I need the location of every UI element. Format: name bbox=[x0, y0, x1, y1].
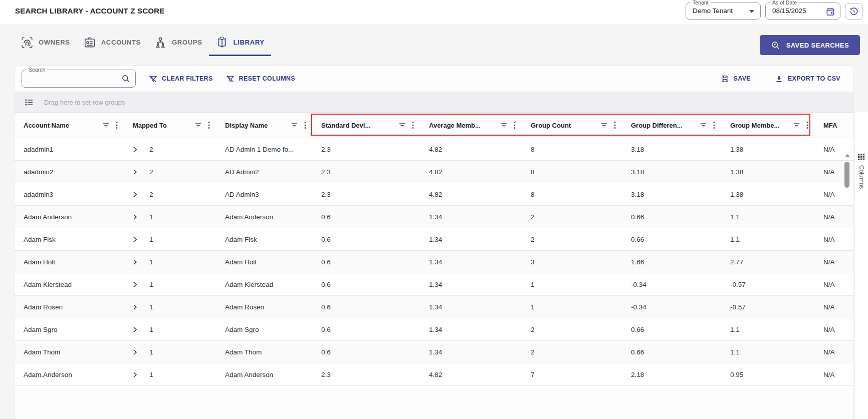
cell-mfa: N/A bbox=[814, 273, 844, 295]
column-menu-icon[interactable] bbox=[116, 121, 118, 129]
search-icon[interactable] bbox=[121, 74, 131, 84]
org-chart-icon bbox=[154, 36, 167, 49]
tab-groups[interactable]: GROUPS bbox=[147, 30, 209, 56]
mapped-to-count: 1 bbox=[149, 229, 153, 250]
column-header-avg_memb[interactable]: Average Memb... bbox=[420, 113, 522, 138]
column-menu-icon[interactable] bbox=[514, 121, 516, 129]
history-button[interactable] bbox=[845, 3, 863, 20]
cell-group_memb: 1.1 bbox=[721, 206, 814, 228]
table-row[interactable]: Adam Kierstead1Adam Kierstead0.61.341-0.… bbox=[15, 273, 853, 296]
expand-chevron-icon[interactable] bbox=[133, 259, 137, 265]
expand-chevron-icon[interactable] bbox=[133, 146, 137, 153]
vertical-scrollbar[interactable] bbox=[843, 140, 850, 360]
scroll-up-arrow[interactable] bbox=[845, 154, 850, 157]
table-row[interactable]: Adam Holt1Adam Holt0.61.3431.662.77N/A bbox=[15, 251, 853, 273]
save-button[interactable]: SAVE bbox=[721, 75, 751, 83]
cell-group_count: 8 bbox=[522, 161, 622, 183]
cell-group_diff: -0.34 bbox=[622, 296, 721, 318]
expand-chevron-icon[interactable] bbox=[133, 371, 137, 378]
cell-display_name: Adam Anderson bbox=[216, 206, 312, 228]
expand-chevron-icon[interactable] bbox=[133, 169, 137, 175]
column-header-mapped_to[interactable]: Mapped To bbox=[124, 113, 216, 138]
cell-display_name: Adam Kierstead bbox=[216, 273, 312, 295]
expand-chevron-icon[interactable] bbox=[133, 214, 137, 220]
column-header-group_memb[interactable]: Group Membe... bbox=[721, 113, 814, 138]
expand-chevron-icon[interactable] bbox=[133, 304, 137, 310]
filter-icon[interactable] bbox=[291, 122, 298, 129]
cell-mapped_to: 1 bbox=[124, 318, 216, 340]
history-icon bbox=[849, 7, 859, 17]
row-group-drop-zone[interactable]: Drag here to set row groups bbox=[15, 92, 853, 113]
tab-bar: OWNERS ACCOUNTS bbox=[14, 30, 271, 56]
cell-account_name: Adam Thom bbox=[15, 341, 124, 363]
expand-chevron-icon[interactable] bbox=[133, 236, 137, 243]
top-bar: SEARCH LIBRARY - ACCOUNT Z SCORE Tenant … bbox=[0, 0, 868, 25]
mapped-to-count: 2 bbox=[149, 139, 153, 160]
column-menu-icon[interactable] bbox=[806, 121, 808, 129]
filter-icon[interactable] bbox=[700, 122, 707, 129]
column-header-display_name[interactable]: Display Name bbox=[216, 113, 312, 138]
cell-avg_memb: 1.34 bbox=[420, 318, 522, 340]
expand-chevron-icon[interactable] bbox=[133, 191, 137, 198]
table-row[interactable]: Adam Fisk1Adam Fisk0.61.3420.661.1N/A bbox=[15, 228, 853, 251]
columns-panel-tab[interactable]: Columns bbox=[854, 112, 868, 419]
cell-display_name: Adam Fisk bbox=[216, 228, 312, 250]
export-csv-button[interactable]: EXPORT TO CSV bbox=[775, 75, 840, 83]
cell-group_count: 8 bbox=[522, 138, 622, 160]
column-header-group_count[interactable]: Group Count bbox=[522, 113, 622, 138]
search-input[interactable] bbox=[27, 72, 117, 86]
column-header-account_name[interactable]: Account Name bbox=[15, 113, 124, 138]
tab-label: OWNERS bbox=[39, 39, 70, 46]
expand-chevron-icon[interactable] bbox=[133, 349, 137, 355]
expand-chevron-icon[interactable] bbox=[133, 326, 137, 333]
filter-icon[interactable] bbox=[194, 122, 202, 129]
cell-std_dev: 0.6 bbox=[312, 206, 420, 228]
cell-group_diff: 3.18 bbox=[622, 183, 721, 205]
column-label: Average Memb... bbox=[429, 122, 481, 129]
as-of-date-field[interactable]: As of Date 08/15/2025 bbox=[765, 3, 840, 20]
column-header-mfa[interactable]: MFA bbox=[814, 113, 844, 138]
cell-group_diff: -0.34 bbox=[622, 273, 721, 295]
table-row[interactable]: adadmin22AD Admin22.34.8283.181.38N/A bbox=[15, 161, 853, 183]
filter-off-icon bbox=[149, 75, 157, 83]
column-label: Mapped To bbox=[133, 122, 167, 129]
table-row[interactable]: Adam Sgro1Adam Sgro0.61.3420.661.1N/A bbox=[15, 318, 853, 341]
filter-icon[interactable] bbox=[793, 122, 800, 129]
filter-icon[interactable] bbox=[102, 122, 110, 129]
table-row[interactable]: Adam.Anderson1Adam Anderson2.34.8272.180… bbox=[15, 363, 853, 386]
tab-owners[interactable]: OWNERS bbox=[14, 30, 77, 56]
table-row[interactable]: adadmin12AD Admin 1 Demo fo...2.34.8283.… bbox=[15, 138, 853, 161]
tenant-select[interactable]: Tenant Demo Tenant bbox=[686, 3, 761, 20]
table-row[interactable]: Adam Rosen1Adam Rosen0.61.341-0.34-0.57N… bbox=[15, 296, 853, 318]
column-menu-icon[interactable] bbox=[304, 121, 306, 129]
reset-columns-button[interactable]: RESET COLUMNS bbox=[226, 75, 295, 83]
tab-accounts[interactable]: ACCOUNTS bbox=[77, 30, 147, 56]
tab-library[interactable]: LIBRARY bbox=[209, 30, 271, 56]
cell-std_dev: 0.6 bbox=[312, 251, 420, 273]
filter-icon[interactable] bbox=[398, 122, 406, 129]
calendar-icon[interactable] bbox=[825, 7, 835, 17]
table-row[interactable]: Adam Thom1Adam Thom0.61.3420.661.1N/A bbox=[15, 341, 853, 363]
cell-display_name: Adam Holt bbox=[216, 251, 312, 273]
clear-filters-button[interactable]: CLEAR FILTERS bbox=[149, 75, 213, 83]
scrollbar-thumb[interactable] bbox=[844, 162, 849, 188]
table-row[interactable]: adadmin32AD Admin32.34.8283.181.38N/A bbox=[15, 183, 853, 206]
column-label: Group Membe... bbox=[730, 122, 779, 129]
table-row[interactable]: Adam Anderson1Adam Anderson0.61.3420.661… bbox=[15, 206, 853, 228]
filter-icon[interactable] bbox=[500, 122, 508, 129]
expand-chevron-icon[interactable] bbox=[133, 281, 137, 288]
cell-std_dev: 0.6 bbox=[312, 318, 420, 340]
column-header-std_dev[interactable]: Standard Devi... bbox=[312, 113, 420, 138]
column-menu-icon[interactable] bbox=[412, 121, 414, 129]
column-menu-icon[interactable] bbox=[713, 121, 715, 129]
cell-display_name: Adam Anderson bbox=[216, 363, 312, 385]
cell-account_name: Adam Anderson bbox=[15, 206, 124, 228]
filter-icon[interactable] bbox=[600, 122, 608, 129]
cell-account_name: adadmin3 bbox=[15, 183, 124, 205]
saved-searches-button[interactable]: SAVED SEARCHES bbox=[760, 35, 860, 55]
data-grid: Account NameMapped ToDisplay NameStandar… bbox=[15, 113, 853, 386]
column-header-group_diff[interactable]: Group Differen... bbox=[622, 113, 721, 138]
cell-group_memb: 1.38 bbox=[721, 138, 814, 160]
column-menu-icon[interactable] bbox=[208, 121, 210, 129]
column-menu-icon[interactable] bbox=[614, 121, 616, 129]
